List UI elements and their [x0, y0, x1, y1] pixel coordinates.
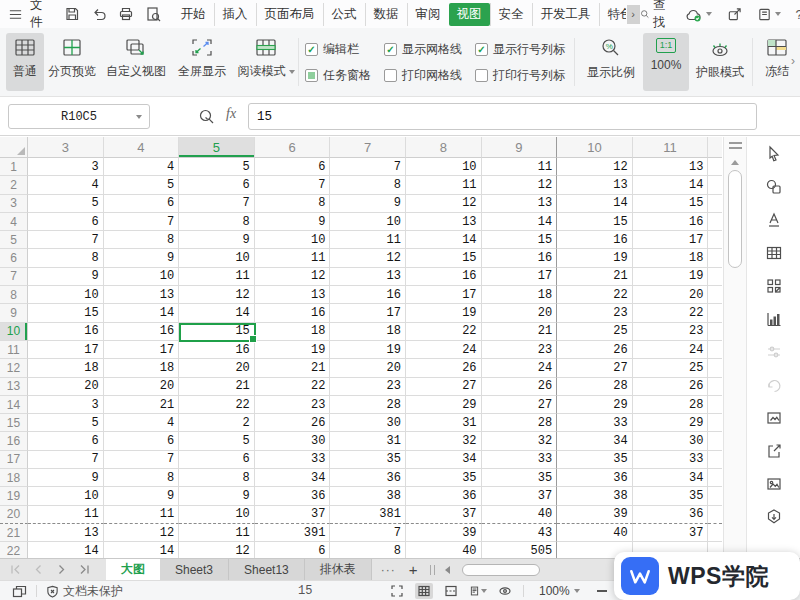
- cell[interactable]: 9: [28, 268, 104, 286]
- zoom-100-button[interactable]: 1:1 100%: [643, 33, 689, 91]
- cell[interactable]: 43: [482, 524, 558, 542]
- cell[interactable]: 26: [633, 378, 709, 396]
- cell[interactable]: 40: [557, 524, 633, 542]
- cell[interactable]: 7: [104, 213, 180, 231]
- fit-screen-icon[interactable]: [388, 583, 406, 599]
- cell[interactable]: 21: [557, 268, 633, 286]
- cell[interactable]: [708, 469, 722, 487]
- cell[interactable]: 26: [406, 359, 482, 377]
- formula-input[interactable]: 15: [248, 103, 757, 130]
- row-header[interactable]: 10: [0, 323, 28, 341]
- undo-icon[interactable]: [91, 6, 107, 22]
- cell[interactable]: 33: [255, 451, 331, 469]
- cell[interactable]: 10: [179, 249, 255, 267]
- tab-splitter-handle[interactable]: [430, 565, 435, 575]
- cell[interactable]: 18: [330, 323, 406, 341]
- cell[interactable]: 31: [330, 432, 406, 450]
- cell[interactable]: 16: [255, 304, 331, 322]
- horizontal-scrollbar-thumb[interactable]: [462, 564, 540, 576]
- first-sheet-icon[interactable]: [10, 564, 21, 575]
- cell[interactable]: 12: [255, 268, 331, 286]
- tab-home[interactable]: 开始: [173, 3, 214, 26]
- cell[interactable]: 23: [557, 304, 633, 322]
- show-gridlines-checkbox[interactable]: 显示网格线: [384, 41, 462, 58]
- normal-view-button[interactable]: 普通: [6, 33, 44, 91]
- cell[interactable]: [708, 158, 722, 176]
- cell[interactable]: 10: [104, 268, 180, 286]
- cell[interactable]: 33: [557, 414, 633, 432]
- column-header[interactable]: 9: [482, 137, 558, 158]
- slicer-icon[interactable]: [764, 276, 784, 296]
- cell[interactable]: 8: [179, 469, 255, 487]
- hamburger-menu-icon[interactable]: [8, 7, 23, 22]
- print-gridlines-checkbox[interactable]: 打印网格线: [384, 67, 462, 84]
- page-break-preview-button[interactable]: 分页预览: [44, 33, 100, 91]
- cell[interactable]: 11: [179, 524, 255, 542]
- cell[interactable]: 30: [255, 432, 331, 450]
- cell[interactable]: 4: [104, 414, 180, 432]
- cell[interactable]: 13: [482, 195, 558, 213]
- cell[interactable]: 17: [330, 304, 406, 322]
- cell[interactable]: [708, 195, 722, 213]
- cell[interactable]: 34: [557, 432, 633, 450]
- screenshot-icon[interactable]: [764, 408, 784, 428]
- cell[interactable]: 5: [28, 195, 104, 213]
- cell[interactable]: 5: [104, 176, 180, 194]
- column-header[interactable]: 11: [633, 137, 709, 158]
- tab-formulas[interactable]: 公式: [323, 3, 365, 26]
- cell[interactable]: 36: [406, 487, 482, 505]
- row-header[interactable]: 9: [0, 304, 28, 322]
- cell[interactable]: [708, 231, 722, 249]
- sheet-tab-paixiubiao[interactable]: 排休表: [305, 559, 372, 581]
- cell[interactable]: 40: [482, 506, 558, 524]
- cell[interactable]: 16: [104, 323, 180, 341]
- file-menu[interactable]: 文件: [30, 0, 43, 31]
- split-handle-icon[interactable]: [729, 142, 742, 149]
- cell[interactable]: 22: [557, 286, 633, 304]
- cell[interactable]: 26: [482, 378, 558, 396]
- row-header[interactable]: 22: [0, 542, 28, 558]
- cell[interactable]: 14: [406, 231, 482, 249]
- cell[interactable]: 36: [557, 469, 633, 487]
- scrollbar-thumb[interactable]: [728, 170, 742, 268]
- cell[interactable]: 18: [482, 286, 558, 304]
- cell[interactable]: 22: [633, 304, 709, 322]
- cell[interactable]: 34: [255, 469, 331, 487]
- resource-seal-icon[interactable]: [764, 507, 784, 527]
- tab-insert[interactable]: 插入: [214, 3, 256, 26]
- cell[interactable]: [708, 396, 722, 414]
- cell[interactable]: [708, 341, 722, 359]
- cell[interactable]: 13: [330, 268, 406, 286]
- cell[interactable]: 20: [482, 304, 558, 322]
- tab-view[interactable]: 视图: [449, 3, 490, 26]
- column-header[interactable]: 10: [557, 137, 633, 158]
- cell[interactable]: 5: [179, 158, 255, 176]
- prev-sheet-icon[interactable]: [33, 564, 44, 575]
- pointer-icon[interactable]: [764, 144, 784, 164]
- column-header[interactable]: 8: [406, 137, 482, 158]
- zoom-out-icon[interactable]: [597, 590, 607, 592]
- cell[interactable]: 27: [482, 396, 558, 414]
- cell[interactable]: 33: [482, 451, 558, 469]
- tab-review[interactable]: 审阅: [407, 3, 449, 26]
- hscroll-left-icon[interactable]: [445, 566, 450, 574]
- cell[interactable]: 14: [104, 304, 180, 322]
- cell[interactable]: 13: [557, 176, 633, 194]
- cell[interactable]: 24: [633, 341, 709, 359]
- cell[interactable]: 17: [633, 231, 709, 249]
- cell[interactable]: 38: [557, 487, 633, 505]
- cell[interactable]: [708, 506, 722, 524]
- cell[interactable]: 2: [179, 414, 255, 432]
- share-icon[interactable]: [727, 7, 742, 22]
- cell[interactable]: 11: [482, 158, 558, 176]
- sheet-tab-sheet3[interactable]: Sheet3: [160, 559, 229, 581]
- cell[interactable]: 8: [179, 213, 255, 231]
- cell[interactable]: [708, 176, 722, 194]
- cell[interactable]: 11: [179, 268, 255, 286]
- cell[interactable]: 12: [179, 286, 255, 304]
- cell[interactable]: 3: [28, 158, 104, 176]
- cell[interactable]: 9: [330, 195, 406, 213]
- cell[interactable]: [708, 304, 722, 322]
- sheet-list-button[interactable]: ···: [381, 563, 396, 577]
- cell[interactable]: 14: [28, 542, 104, 558]
